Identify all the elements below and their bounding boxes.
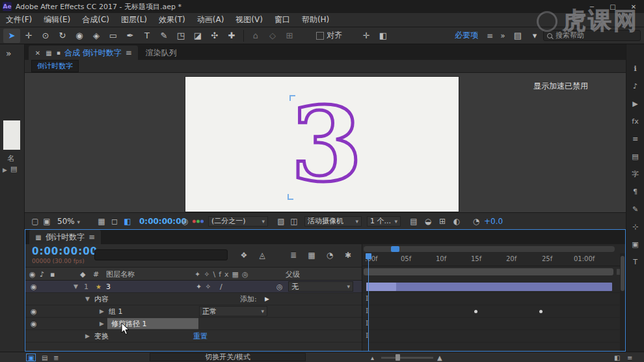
workspace-overflow-icon[interactable]: » xyxy=(496,30,509,42)
rotation-tool[interactable]: ↻ xyxy=(54,29,71,43)
panel-menu-icon[interactable]: ≡ xyxy=(88,231,96,243)
rectangle-tool[interactable]: ▭ xyxy=(105,29,122,43)
group-expander-icon[interactable]: ▼ xyxy=(85,296,90,302)
property-label[interactable]: 组 1 xyxy=(109,307,123,316)
close-tab-icon[interactable]: ✕ xyxy=(34,47,42,59)
current-time-display[interactable]: 0:00:00:00 xyxy=(32,245,98,257)
property-row-group1[interactable]: ◉ ▶ 组 1 正常▾ xyxy=(25,305,362,318)
view-axis-mode-icon[interactable]: ⊞ xyxy=(281,29,298,43)
split-view-icon[interactable]: ◫ xyxy=(288,216,301,227)
eye-icon[interactable]: ◉ xyxy=(31,320,37,328)
timeline-track-area[interactable]: :00f 05f 10f 15f 20f 25f 01:00f xyxy=(362,244,625,351)
menu-help[interactable]: 帮助(H) xyxy=(296,14,335,25)
time-ruler[interactable]: :00f 05f 10f 15f 20f 25f 01:00f xyxy=(362,253,625,266)
menu-window[interactable]: 窗口 xyxy=(269,14,296,25)
panel-menu-icon[interactable]: ≡ xyxy=(125,47,133,59)
align-checkbox-icon[interactable] xyxy=(316,32,324,40)
always-preview-icon[interactable]: ▢ xyxy=(29,216,42,227)
puppet-pin-tool[interactable]: ✚ xyxy=(223,29,240,43)
info-panel-icon[interactable]: ℹ xyxy=(628,63,643,74)
zoom-out-timeline-icon[interactable]: ▴ xyxy=(371,352,374,362)
paragraph-panel-icon[interactable]: ¶ xyxy=(628,186,643,197)
fast-previews-icon[interactable]: ▧ xyxy=(275,216,288,227)
status-extra-icon[interactable]: ◧ xyxy=(614,352,620,362)
timeline-shortcut-icon[interactable]: ◒ xyxy=(422,216,435,227)
align-panel-icon[interactable]: ≡ xyxy=(628,133,643,145)
property-row-contents[interactable]: ▼ 内容 添加: ▶ xyxy=(25,293,362,305)
timeline-scrollbar[interactable] xyxy=(620,253,625,351)
mask-visibility-icon[interactable]: ◧ xyxy=(375,29,392,43)
pen-tool[interactable]: ✒ xyxy=(122,29,139,43)
composition-canvas[interactable]: 3 xyxy=(185,77,459,212)
motion-blur-icon[interactable]: ◔ xyxy=(323,249,336,261)
timeline-zoom-slider[interactable] xyxy=(381,357,433,359)
magnification-dropdown[interactable]: 50% ▾ xyxy=(57,217,80,226)
panel-caret-icon[interactable]: ▾ xyxy=(526,29,543,43)
group-expander-icon[interactable]: ▶ xyxy=(100,308,104,314)
menu-view[interactable]: 视图(V) xyxy=(230,14,269,25)
group-expander-icon[interactable]: ▶ xyxy=(85,333,90,339)
mask-toggle-icon[interactable]: ◧ xyxy=(121,216,134,227)
type-panel-icon[interactable]: T xyxy=(628,256,643,268)
snapping-icon[interactable]: ✛ xyxy=(358,29,375,43)
channel-flower-icon[interactable] xyxy=(193,219,204,223)
layer-track-row[interactable] xyxy=(362,281,620,293)
view-layout-dropdown[interactable]: 1 个...▾ xyxy=(367,216,401,227)
add-menu-icon[interactable]: ▶ xyxy=(265,296,269,302)
grid-guides-icon[interactable]: ▦ xyxy=(95,216,108,227)
time-navigator[interactable] xyxy=(364,246,615,252)
property-row-trim-paths[interactable]: ◉ ▶ 修剪路径 1 xyxy=(25,318,362,330)
track-row[interactable]: I xyxy=(362,305,620,318)
resolution-dropdown[interactable]: (二分之一)▾ xyxy=(208,216,268,227)
pixel-aspect-icon[interactable]: ▤ xyxy=(407,216,420,227)
clone-stamp-tool[interactable]: ◳ xyxy=(172,29,189,43)
hand-tool[interactable]: ✛ xyxy=(20,29,37,43)
reset-exposure-icon[interactable]: ◐ xyxy=(450,216,463,227)
layer-expander-icon[interactable]: ▼ xyxy=(74,283,78,290)
status-menu-icon[interactable]: ≡ xyxy=(627,352,632,362)
parent-dropdown[interactable]: 无▾ xyxy=(288,281,353,292)
minimize-button[interactable]: − xyxy=(582,0,602,13)
timeline-zoom-handle[interactable] xyxy=(396,354,400,361)
flowchart-icon[interactable]: ⊞ xyxy=(436,216,449,227)
world-axis-mode-icon[interactable]: ◇ xyxy=(264,29,281,43)
property-label[interactable]: 变换 xyxy=(94,331,109,341)
live-update-icon[interactable]: ▣ xyxy=(26,354,36,361)
layer-row[interactable]: ◉ ▼ 1 ★ 3 ✦✧ / ◎ 无▾ xyxy=(25,281,362,293)
workspace-menu-icon[interactable]: ≡ xyxy=(483,30,496,42)
property-label[interactable]: 内容 xyxy=(94,294,109,304)
blend-mode-dropdown[interactable]: 正常▾ xyxy=(199,306,267,316)
type-tool[interactable]: T xyxy=(139,29,155,43)
mini-flowchart-icon[interactable]: ❖ xyxy=(237,249,250,261)
local-axis-mode-icon[interactable]: ⌂ xyxy=(247,29,264,43)
pan-behind-tool[interactable]: ◈ xyxy=(88,29,105,43)
draft-icon[interactable]: ▤ xyxy=(42,352,47,362)
storage-icon[interactable]: ≣ xyxy=(53,352,59,362)
brushes-panel-icon[interactable]: ▣ xyxy=(628,238,643,250)
frame-blending-icon[interactable]: ▦ xyxy=(305,249,318,261)
reset-link[interactable]: 重置 xyxy=(193,331,208,341)
toggle-switches-modes-button[interactable]: 切换开关/模式 xyxy=(150,353,306,361)
group-expander-icon[interactable]: ▶ xyxy=(100,320,104,327)
zoom-tool[interactable]: ⊙ xyxy=(37,29,54,43)
property-row-transform[interactable]: ▶ 变换 重置 xyxy=(25,330,362,342)
expand-panel-chevrons-icon[interactable]: » xyxy=(6,48,12,59)
time-navigator-handle[interactable] xyxy=(391,246,399,252)
character-panel-icon[interactable]: 字 xyxy=(628,168,643,180)
brush-tool[interactable]: ✎ xyxy=(155,29,172,43)
snapshot-camera-icon[interactable]: ◎ xyxy=(178,216,191,227)
menu-animation[interactable]: 动画(A) xyxy=(191,14,230,25)
scrollbar-thumb[interactable] xyxy=(621,256,624,291)
paint-panel-icon[interactable]: ✎ xyxy=(628,203,643,215)
region-of-interest-icon[interactable]: ◻ xyxy=(108,216,121,227)
workspace-selector[interactable]: 必要项 xyxy=(455,30,478,41)
shy-layers-icon[interactable]: ≣ xyxy=(287,249,300,261)
layer-name[interactable]: 3 xyxy=(106,283,111,291)
menu-composition[interactable]: 合成(C) xyxy=(76,14,115,25)
project-thumbnail[interactable] xyxy=(3,120,20,150)
layer-switches[interactable]: ✦✧ / xyxy=(196,283,226,291)
menu-edit[interactable]: 编辑(E) xyxy=(38,14,76,25)
playhead-line[interactable] xyxy=(368,253,369,351)
menu-file[interactable]: 文件(F) xyxy=(0,14,38,25)
track-row[interactable]: I xyxy=(362,293,620,305)
